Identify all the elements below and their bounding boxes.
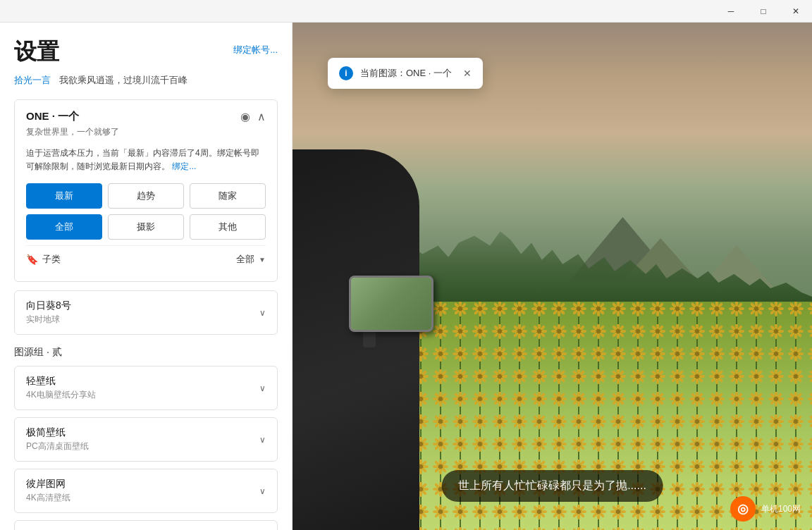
close-button[interactable]: ✕ <box>780 0 812 23</box>
right-panel: i 当前图源：ONE · 一个 ✕ 世上所有人忙忙碌碌都只是为了抛...... … <box>293 23 812 530</box>
main-content: 设置 绑定帐号... 拾光一言 我欲乘风逍遥，过境川流千百峰 ONE · 一个 … <box>0 23 812 530</box>
logo-area: ◎ 单机100网 <box>730 496 801 522</box>
notification-text: 当前图源：ONE · 一个 <box>360 67 456 80</box>
logo-text: 单机100网 <box>761 503 801 515</box>
expand-icon-0: ∨ <box>259 383 266 393</box>
subcategory-select[interactable]: 全部 ▼ <box>236 253 266 266</box>
group-item-1-title: 极简壁纸 <box>26 426 89 439</box>
logo-icon: ◎ <box>730 496 756 522</box>
quote-text: 我欲乘风逍遥，过境川流千百峰 <box>59 75 187 85</box>
group-item-0-sub: 4K电脑壁纸分享站 <box>26 389 96 401</box>
settings-header: 设置 绑定帐号... <box>14 37 278 68</box>
filter-row-2: 全部 摄影 其他 <box>26 214 266 240</box>
group-item-3[interactable]: 壁纸社 桌面高清壁纸 ∨ <box>14 520 278 530</box>
filter-btn-all[interactable]: 全部 <box>26 214 102 240</box>
car-area <box>293 149 448 530</box>
notification-popup: i 当前图源：ONE · 一个 ✕ <box>328 58 483 89</box>
eye-icon[interactable]: ◉ <box>240 110 250 123</box>
group-item-0[interactable]: 轻壁纸 4K电脑壁纸分享站 ∨ <box>14 366 278 410</box>
left-panel: 设置 绑定帐号... 拾光一言 我欲乘风逍遥，过境川流千百峰 ONE · 一个 … <box>0 23 293 530</box>
group-title: 图源组 · 贰 <box>14 346 278 359</box>
notification-close-button[interactable]: ✕ <box>463 68 472 79</box>
filter-btn-trend[interactable]: 趋势 <box>108 183 184 209</box>
daily-quote: 拾光一言 我欲乘风逍遥，过境川流千百峰 <box>14 73 278 87</box>
bind-account-link[interactable]: 绑定帐号... <box>233 44 278 56</box>
wallpaper-background: i 当前图源：ONE · 一个 ✕ 世上所有人忙忙碌碌都只是为了抛...... … <box>293 23 812 530</box>
sunflower-sub: 实时地球 <box>26 314 71 326</box>
bottom-caption: 世上所有人忙忙碌碌都只是为了抛...... <box>441 470 663 502</box>
expand-icon-1: ∨ <box>259 435 266 445</box>
subcategory-row: 🔖 子类 全部 ▼ <box>26 245 266 271</box>
source-desc: 复杂世界里，一个就够了 <box>26 126 266 138</box>
sunflower-item-content: 向日葵8号 实时地球 <box>26 300 71 326</box>
expand-icon: ∨ <box>259 308 266 318</box>
minimize-button[interactable]: ─ <box>715 0 747 23</box>
expand-icon-2: ∨ <box>259 486 266 496</box>
filter-row-1: 最新 趋势 随家 <box>26 183 266 209</box>
filter-btn-latest[interactable]: 最新 <box>26 183 102 209</box>
quote-label: 拾光一言 <box>14 75 51 85</box>
page-title: 设置 <box>14 37 59 68</box>
sunflower-source-item[interactable]: 向日葵8号 实时地球 ∨ <box>14 290 278 335</box>
maximize-button[interactable]: □ <box>747 0 780 23</box>
subcategory-value: 全部 <box>236 253 254 266</box>
info-icon: i <box>339 66 353 80</box>
group-item-2[interactable]: 彼岸图网 4K高清壁纸 ∨ <box>14 469 278 513</box>
group-item-2-title: 彼岸图网 <box>26 478 70 491</box>
filter-btn-random[interactable]: 随家 <box>190 183 266 209</box>
subcategory-label: 子类 <box>42 253 61 266</box>
filter-btn-photo[interactable]: 摄影 <box>108 214 184 240</box>
source-name: ONE · 一个 <box>26 110 79 123</box>
bind-link[interactable]: 绑定... <box>172 161 196 171</box>
subcategory-icon: 🔖 <box>26 254 38 265</box>
group-item-1-sub: PC高清桌面壁纸 <box>26 440 89 452</box>
group-item-1[interactable]: 极简壁纸 PC高清桌面壁纸 ∨ <box>14 417 278 462</box>
source-card: ONE · 一个 ◉ ∧ 复杂世界里，一个就够了 迫于运营成本压力，当前「最新」… <box>14 99 278 282</box>
group-item-2-sub: 4K高清壁纸 <box>26 492 70 504</box>
collapse-icon[interactable]: ∧ <box>257 110 266 123</box>
source-card-header: ONE · 一个 ◉ ∧ <box>26 110 266 123</box>
title-bar: ─ □ ✕ <box>0 0 812 23</box>
filter-btn-other[interactable]: 其他 <box>190 214 266 240</box>
group-item-0-title: 轻壁纸 <box>26 375 96 388</box>
sunflower-title: 向日葵8号 <box>26 300 71 312</box>
notice-text: 迫于运营成本压力，当前「最新」内容滞后了4周。绑定帐号即可解除限制，随时浏览最新… <box>26 147 266 173</box>
chevron-down-icon: ▼ <box>259 256 266 264</box>
source-card-icons: ◉ ∧ <box>240 110 266 123</box>
